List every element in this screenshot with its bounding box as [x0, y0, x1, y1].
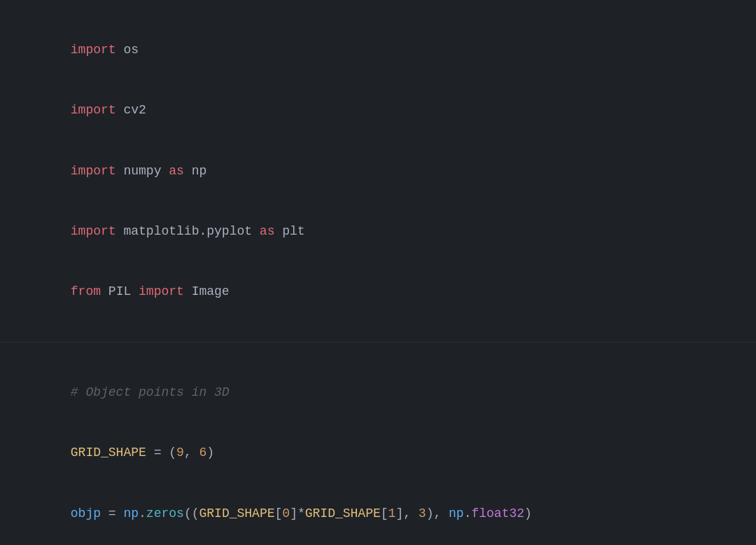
number: 6 [199, 446, 206, 460]
builtin-type: float32 [471, 506, 524, 520]
code-text: matplotlib.pyplot [116, 224, 260, 238]
code-text: = ( [146, 446, 176, 460]
function: zeros [146, 506, 184, 520]
variable: GRID_SHAPE [71, 446, 146, 460]
code-line: from PIL import Image [25, 262, 731, 322]
code-text: os [116, 43, 139, 57]
keyword: as [260, 224, 275, 238]
code-text: ]* [290, 506, 305, 520]
code-text: [ [275, 506, 283, 520]
code-line: import matplotlib.pyplot as plt [25, 201, 731, 261]
module-ref: np [123, 506, 139, 520]
keyword: as [169, 164, 184, 178]
code-line: import os [25, 20, 731, 80]
grid-block: # Object points in 3D GRID_SHAPE = (9, 6… [0, 343, 756, 545]
keyword: import [71, 164, 116, 178]
code-text: ) [524, 506, 532, 520]
number: 3 [419, 506, 426, 520]
number: 1 [388, 506, 396, 520]
code-text: = [101, 506, 123, 520]
number: 9 [176, 446, 184, 460]
code-text: PIL [101, 284, 139, 298]
code-text: ) [206, 446, 214, 460]
code-text: plt [274, 224, 304, 238]
keyword: import [139, 284, 184, 298]
code-line: import numpy as np [25, 141, 731, 201]
keyword: import [71, 224, 116, 238]
module-ref: np [449, 506, 464, 520]
code-line: import cv2 [25, 80, 731, 140]
keyword: import [71, 43, 116, 57]
comment: # Object points in 3D [71, 385, 230, 399]
code-text: . [139, 506, 146, 520]
code-line: GRID_SHAPE = (9, 6) [25, 422, 731, 483]
code-line: objp = np.zeros((GRID_SHAPE[0]*GRID_SHAP… [25, 483, 731, 544]
code-text: ), [426, 506, 449, 520]
variable: objp [71, 506, 101, 520]
code-text: . [464, 506, 472, 520]
import-block: import os import cv2 import numpy as np … [0, 0, 756, 343]
code-line: # Object points in 3D [25, 362, 731, 422]
code-text: Image [184, 284, 230, 298]
code-text: np [184, 164, 206, 178]
keyword: from [71, 284, 101, 298]
variable: GRID_SHAPE [199, 506, 274, 520]
code-text: [ [381, 506, 388, 520]
code-text: , [184, 446, 200, 460]
code-editor: import os import cv2 import numpy as np … [0, 0, 756, 545]
keyword: import [71, 103, 116, 117]
code-text: cv2 [116, 103, 146, 117]
code-text: ], [396, 506, 418, 520]
code-text: numpy [116, 164, 169, 178]
number: 0 [282, 506, 290, 520]
code-text: (( [184, 506, 200, 520]
variable: GRID_SHAPE [305, 506, 381, 520]
